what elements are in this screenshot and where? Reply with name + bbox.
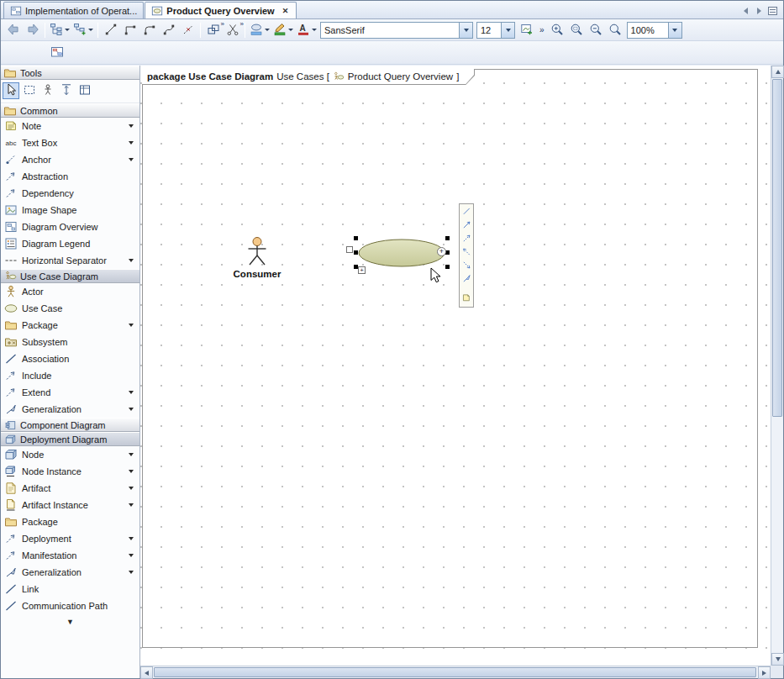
scroll-up-button[interactable]: [771, 66, 784, 78]
palette-item-package[interactable]: Package: [1, 317, 139, 334]
palette-item-deployment[interactable]: Deployment: [1, 530, 139, 547]
expand-variants-icon[interactable]: [129, 259, 134, 262]
remove-breakpoints-button[interactable]: [178, 21, 197, 39]
zoom-combo[interactable]: 100%: [627, 22, 682, 39]
expand-variants-icon[interactable]: [129, 487, 134, 490]
palette-item-horizontal-separator[interactable]: Horizontal Separator: [1, 252, 139, 269]
containment-tree-button[interactable]: [48, 21, 71, 39]
tab-list-button[interactable]: [767, 5, 778, 16]
expand-variants-icon[interactable]: [129, 554, 134, 557]
expand-variants-icon[interactable]: [129, 158, 134, 161]
dropdown-arrow-icon[interactable]: [265, 29, 270, 31]
expand-variants-icon[interactable]: [129, 571, 134, 574]
rubber-band-select-tool-button[interactable]: [21, 82, 38, 99]
palette-scroll-down-button[interactable]: ▼: [1, 614, 139, 629]
palette-item-association[interactable]: Association: [1, 350, 139, 367]
font-name-combo[interactable]: SansSerif: [320, 22, 473, 39]
palette-item-extend[interactable]: Extend: [1, 384, 139, 401]
line-color-button[interactable]: [271, 21, 295, 39]
add-element-button[interactable]: [71, 21, 95, 39]
expand-variants-icon[interactable]: [129, 470, 134, 473]
draw-include-tool[interactable]: [460, 233, 473, 245]
make-same-size-button[interactable]: [203, 21, 223, 39]
fill-color-button[interactable]: [248, 21, 271, 39]
palette-item-node[interactable]: Node: [1, 446, 139, 463]
font-size-combo-dropdown-button[interactable]: [501, 23, 514, 38]
rounded-path-style-button[interactable]: [139, 21, 159, 39]
palette-item-diagram-legend[interactable]: Diagram Legend: [1, 235, 139, 252]
palette-item-image-shape[interactable]: Image Shape: [1, 202, 139, 218]
horizontal-scrollbar[interactable]: [140, 666, 771, 678]
dropdown-arrow-icon[interactable]: [88, 29, 93, 31]
horizontal-scroll-thumb[interactable]: [154, 667, 756, 677]
palette-section-tools[interactable]: Tools: [1, 66, 139, 80]
forward-button[interactable]: [23, 21, 42, 39]
palette-item-use-case[interactable]: Use Case: [1, 300, 139, 317]
button-overflow-indicator[interactable]: »: [240, 20, 244, 28]
toolbar-overflow-button[interactable]: »: [539, 25, 545, 34]
scroll-left-button[interactable]: [140, 666, 153, 679]
selection-tool-button[interactable]: [3, 82, 19, 99]
dropdown-arrow-icon[interactable]: [65, 29, 70, 31]
resize-handle-top-left[interactable]: [354, 236, 358, 240]
rectilinear-path-style-button[interactable]: [120, 21, 139, 39]
sticky-element-tool-button[interactable]: [39, 82, 56, 99]
selected-usecase-shape[interactable]: + +: [354, 235, 450, 272]
expand-variants-icon[interactable]: [129, 503, 134, 507]
palette-item-package-deployment[interactable]: Package: [1, 513, 139, 530]
dropdown-arrow-icon[interactable]: [312, 29, 317, 31]
expand-variants-icon[interactable]: [129, 453, 134, 456]
expand-variants-icon[interactable]: [129, 537, 134, 540]
resize-handle-bottom-right[interactable]: [445, 265, 450, 269]
add-related-element-button[interactable]: +: [437, 247, 446, 256]
zoom-region-button[interactable]: [567, 21, 587, 39]
palette-section-common[interactable]: Common: [1, 103, 139, 118]
palette-item-link[interactable]: Link: [1, 581, 139, 597]
palette-item-artifact[interactable]: Artifact: [1, 480, 139, 497]
edit-name-button[interactable]: [346, 246, 353, 253]
palette-item-generalization-deployment[interactable]: Generalization: [1, 564, 139, 581]
zoom-out-button[interactable]: [587, 21, 606, 39]
actor-label[interactable]: Consumer: [231, 269, 283, 279]
palette-section-component-diagram[interactable]: Component Diagram: [1, 418, 139, 432]
scroll-down-button[interactable]: [771, 653, 784, 666]
resize-handle-mid-left[interactable]: [354, 250, 358, 255]
palette-section-deployment-diagram[interactable]: Deployment Diagram: [1, 432, 139, 446]
vertical-scroll-thumb[interactable]: [772, 79, 782, 417]
expand-variants-icon[interactable]: [129, 408, 134, 411]
palette-item-include[interactable]: Include: [1, 367, 139, 384]
tab-product-query-overview[interactable]: Product Query Overview✕: [145, 2, 297, 18]
draw-extend-tool[interactable]: [460, 246, 473, 259]
bezier-path-style-button[interactable]: [159, 21, 178, 39]
font-size-combo[interactable]: 12: [476, 22, 515, 39]
scroll-right-button[interactable]: [758, 666, 771, 679]
palette-item-note[interactable]: Note: [1, 118, 139, 134]
expand-variants-icon[interactable]: [129, 124, 134, 128]
actor-consumer-shape[interactable]: Consumer: [231, 236, 283, 279]
palette-item-diagram-overview[interactable]: Diagram Overview: [1, 218, 139, 235]
close-tab-icon[interactable]: ✕: [281, 7, 291, 15]
palette-item-actor[interactable]: Actor: [1, 283, 139, 300]
draw-association-tool[interactable]: [460, 219, 473, 232]
expand-variants-icon[interactable]: [129, 324, 134, 327]
zoom-fit-button[interactable]: [606, 21, 625, 39]
palette-item-manifestation[interactable]: Manifestation: [1, 547, 139, 564]
layout-table-tool-button[interactable]: [76, 82, 93, 99]
dropdown-arrow-icon[interactable]: [288, 29, 293, 31]
vertical-scrollbar[interactable]: [771, 66, 783, 666]
distribute-tool-button[interactable]: [58, 82, 75, 99]
palette-item-node-instance[interactable]: Node Instance: [1, 463, 139, 480]
tab-implementation-of-operations[interactable]: Implementation of Operat...: [3, 2, 144, 18]
usecase-ellipse[interactable]: [358, 239, 445, 269]
palette-item-abstraction[interactable]: Abstraction: [1, 168, 139, 185]
expand-variants-icon[interactable]: [129, 391, 134, 394]
draw-path-tool[interactable]: [460, 206, 473, 218]
font-color-button[interactable]: A: [295, 21, 318, 39]
refactor-cut-button[interactable]: [223, 21, 242, 39]
palette-item-communication-path[interactable]: Communication Path: [1, 597, 139, 614]
palette-item-generalization[interactable]: Generalization: [1, 401, 139, 418]
diagram-canvas[interactable]: package Use Case Diagram Use Cases [ Pro…: [140, 66, 771, 666]
palette-item-text-box[interactable]: abcText Box: [1, 134, 139, 151]
save-as-image-button[interactable]: [517, 21, 536, 39]
oblique-path-style-button[interactable]: [101, 21, 120, 39]
